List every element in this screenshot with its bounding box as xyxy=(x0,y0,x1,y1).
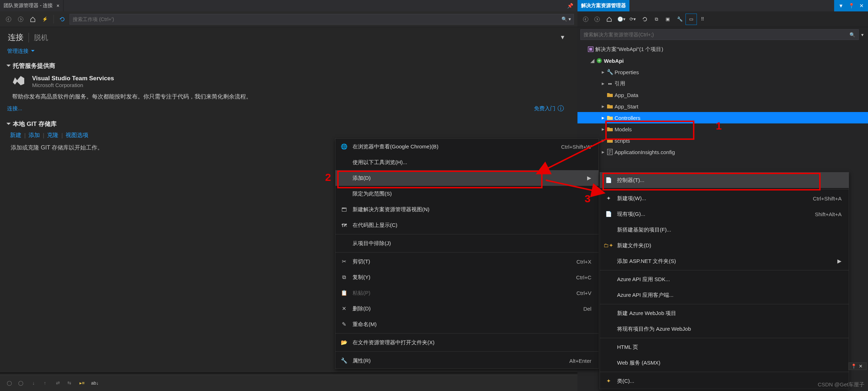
git-new-link[interactable]: 新建 xyxy=(10,132,21,139)
ctx-add[interactable]: 添加(D)▶ xyxy=(335,170,599,186)
view-icon[interactable]: ⠿ xyxy=(697,14,708,25)
tab-solution-explorer[interactable]: 解决方案资源管理器 xyxy=(577,0,630,11)
ctx2-existwebjob[interactable]: 将现有项目作为 Azure WebJob xyxy=(600,321,849,337)
pin-icon[interactable]: 📍 xyxy=(846,2,857,9)
node-scripts[interactable]: ▸scripts xyxy=(577,135,868,146)
help-icon[interactable]: ⓘ xyxy=(558,104,570,113)
ctx2-newitem[interactable]: ✦新建项(W)...Ctrl+Shift+A xyxy=(600,191,849,206)
sync-icon[interactable]: ⟳▾ xyxy=(627,14,638,25)
ctx2-azsdk[interactable]: Azure API 应用 SDK... xyxy=(600,271,849,287)
ctx2-azclient[interactable]: Azure API 应用客户端... xyxy=(600,287,849,303)
ctx2-webservice[interactable]: Web 服务 (ASMX) xyxy=(600,355,849,371)
expand-icon[interactable]: ▸ xyxy=(600,137,606,144)
ctx-properties[interactable]: 🔧属性(R)Alt+Enter xyxy=(335,353,599,369)
ctx2-controller[interactable]: 📄控制器(T)... xyxy=(600,172,849,188)
node-appdata[interactable]: App_Data xyxy=(577,89,868,101)
pin-icon[interactable]: 📌 xyxy=(565,2,575,9)
collapse-icon[interactable]: ◢ xyxy=(590,57,595,64)
ctx2-class[interactable]: ✦类(C)... xyxy=(600,373,849,389)
node-solution[interactable]: 解决方案"WebApi"(1 个项目) xyxy=(577,44,868,55)
sb-icon-5[interactable]: ⇄ xyxy=(53,378,63,388)
ctx2-scaffold[interactable]: 新搭建基架的项目(F)... xyxy=(600,222,849,238)
manage-connections-link[interactable]: 管理连接 xyxy=(7,48,35,55)
ctx-browser[interactable]: 🌐在浏览器中查看(Google Chrome)(B)Ctrl+Shift+W xyxy=(335,139,599,154)
connect-status: 脱机 xyxy=(29,33,48,42)
ctx2-existing[interactable]: 📄现有项(G)...Shift+Alt+A xyxy=(600,206,849,222)
ctx-cut[interactable]: ✂剪切(T)Ctrl+X xyxy=(335,254,599,269)
csharp-web-icon xyxy=(595,57,603,64)
expand-icon[interactable]: ▸ xyxy=(600,126,606,132)
sb-icon-2[interactable]: ◯ xyxy=(16,378,26,388)
preview-icon[interactable]: ▭ xyxy=(686,14,697,25)
forward-icon[interactable] xyxy=(16,14,26,24)
close-icon[interactable]: ✕ xyxy=(857,2,866,9)
chevron-down-icon[interactable]: ▾ xyxy=(859,32,865,37)
git-clone-link[interactable]: 克隆 xyxy=(47,132,58,139)
tab-team-explorer[interactable]: 团队资源管理器 - 连接 × xyxy=(0,0,63,11)
search-icon[interactable]: 🔍 ▾ xyxy=(561,16,571,22)
section-hosted[interactable]: 托管服务提供商 xyxy=(0,57,577,71)
forward-icon[interactable] xyxy=(592,14,602,25)
expand-icon[interactable]: ▸ xyxy=(600,115,606,121)
home-icon[interactable] xyxy=(28,14,38,24)
plug-icon[interactable]: ⚡ xyxy=(40,14,50,24)
search-workitems[interactable]: 🔍 ▾ xyxy=(70,14,574,25)
sb-icon-3[interactable]: ↓ xyxy=(29,378,38,388)
node-project[interactable]: ◢ WebApi xyxy=(577,55,868,66)
ctx2-aspfolder[interactable]: 添加 ASP.NET 文件夹(S)▶ xyxy=(600,253,849,269)
ctx2-htmlpage[interactable]: HTML 页 xyxy=(600,339,849,355)
ctx-copy[interactable]: ⧉复制(Y)Ctrl+C xyxy=(335,269,599,285)
solution-search-input[interactable] xyxy=(580,29,859,40)
expand-icon[interactable]: ▸ xyxy=(600,103,606,110)
refresh-icon[interactable] xyxy=(57,14,67,24)
showall-icon[interactable]: ▣ xyxy=(662,14,673,25)
node-references[interactable]: ▸▪▪引用 xyxy=(577,78,868,89)
git-add-link[interactable]: 添加 xyxy=(29,132,40,139)
home-icon[interactable] xyxy=(604,14,615,25)
section-git[interactable]: 本地 GIT 存储库 xyxy=(0,116,577,130)
git-view-link[interactable]: 视图选项 xyxy=(66,132,88,139)
ctx-delete[interactable]: ✕删除(D)Del xyxy=(335,301,599,316)
collapse-icon[interactable]: ⧉ xyxy=(651,14,662,25)
vsts-free-link[interactable]: 免费入门 xyxy=(534,105,555,112)
ctx-codemap[interactable]: 🗺在代码图上显示(C) xyxy=(335,217,599,233)
node-appstart[interactable]: ▸App_Start xyxy=(577,101,868,112)
history-icon[interactable]: 🕘▾ xyxy=(616,14,627,25)
sb-icon-7[interactable]: ab↓ xyxy=(90,378,100,388)
ctx2-newfolder[interactable]: 🗀✦新建文件夹(D) xyxy=(600,238,849,253)
expand-icon[interactable]: ▸ xyxy=(600,80,606,87)
node-appinsights[interactable]: ▸ApplicationInsights.config xyxy=(577,146,868,158)
close-icon[interactable]: ✕ xyxy=(859,364,863,369)
svg-rect-5 xyxy=(589,48,592,51)
expand-icon[interactable]: ▸ xyxy=(600,69,606,75)
dropdown-icon[interactable]: ▼ xyxy=(836,2,846,9)
back-icon[interactable] xyxy=(580,14,591,25)
pin-icon[interactable]: 📍 xyxy=(851,364,857,369)
ctx-newview[interactable]: 🗔新建解决方案资源管理器视图(N) xyxy=(335,202,599,217)
sb-icon-6[interactable]: ⇆ xyxy=(64,378,74,388)
ctx-browsewith[interactable]: 使用以下工具浏览(H)... xyxy=(335,154,599,170)
search-input[interactable] xyxy=(70,14,574,25)
node-models[interactable]: ▸Models xyxy=(577,123,868,135)
sb-icon-4[interactable]: ↑ xyxy=(40,378,50,388)
ctx-openfolder[interactable]: 📂在文件资源管理器中打开文件夹(X) xyxy=(335,335,599,350)
chevron-down-icon[interactable]: ▼ xyxy=(560,34,570,41)
context-menu-add[interactable]: 📄控制器(T)... ✦新建项(W)...Ctrl+Shift+A 📄现有项(G… xyxy=(600,172,849,389)
ctx-scope[interactable]: 限定为此范围(S) xyxy=(335,186,599,202)
search-icon[interactable]: 🔍 xyxy=(849,32,855,37)
back-icon[interactable] xyxy=(4,14,14,24)
existing-item-icon: 📄 xyxy=(604,211,613,217)
ctx-exclude[interactable]: 从项目中排除(J) xyxy=(335,235,599,251)
close-icon[interactable]: × xyxy=(56,3,59,9)
ctx-rename[interactable]: ✎重命名(M) xyxy=(335,316,599,332)
properties-icon[interactable]: 🔧 xyxy=(674,14,685,25)
node-controllers[interactable]: ▸Controllers xyxy=(577,112,868,123)
expand-icon[interactable]: ▸ xyxy=(600,149,606,155)
sb-icon-1[interactable]: ◯ xyxy=(4,378,14,388)
ctx2-newwebjob[interactable]: 新建 Azure WebJob 项目 xyxy=(600,305,849,321)
node-properties[interactable]: ▸🔧Properties xyxy=(577,66,868,78)
refresh-icon[interactable] xyxy=(640,14,650,25)
sb-step-icon[interactable]: ▸≡ xyxy=(77,378,87,388)
context-menu-main[interactable]: 🌐在浏览器中查看(Google Chrome)(B)Ctrl+Shift+W 使… xyxy=(335,138,599,369)
vsts-connect-link[interactable]: 连接... xyxy=(7,105,22,112)
